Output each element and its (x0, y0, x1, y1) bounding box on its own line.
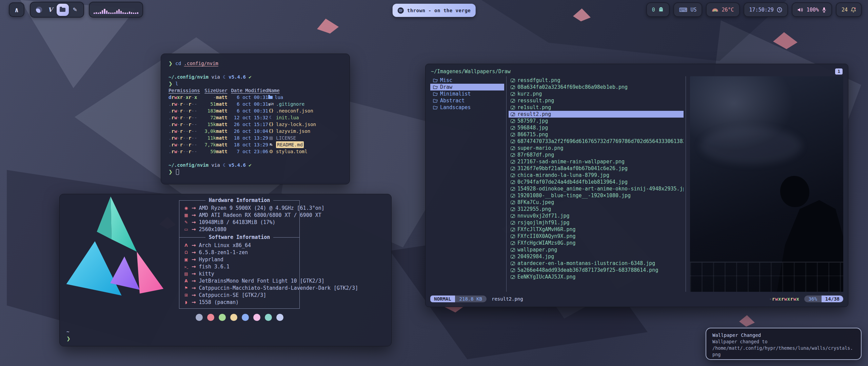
file-list-item[interactable]: 08a634fa02a32364f69ebc86a98eb1eb.png (509, 84, 684, 90)
file-list-item[interactable]: 154928-odinokoe_anime-art-anime-okno-sin… (509, 185, 684, 192)
lua-version: v5.4.6 (229, 162, 246, 168)
list-position-badge: 14/38 (822, 296, 843, 302)
image-preview-pane (690, 76, 843, 292)
file-list-item[interactable]: 5a266e448add93deab367d87173e9f25-6837886… (509, 267, 684, 273)
file-list-item[interactable]: rsjqojlmjhf91.jpg (509, 219, 684, 226)
file-list-item[interactable]: result2.png (509, 111, 684, 118)
terminal-command-line: ❯ cd .config/nvim (169, 60, 342, 67)
file-name: 8FKa7Cu.jpeg (517, 199, 554, 205)
folder-name: Draw (440, 84, 452, 90)
file-list-item[interactable]: wallpaper.png (509, 246, 684, 253)
file-list-item[interactable]: chica-mirando-la-luna-8799.jpg (509, 172, 684, 179)
file-list-item[interactable]: 866715.png (509, 131, 684, 138)
image-file-icon (511, 119, 515, 123)
workspace-paint[interactable]: ✎ (70, 5, 80, 15)
file-list-item[interactable]: kurz.png (509, 90, 684, 97)
clock-icon (777, 7, 782, 13)
workspace-firefox[interactable] (34, 5, 44, 15)
launcher-button[interactable]: ∧ (9, 2, 24, 17)
notification-toast[interactable]: Wallpaper Changed Wallpaper changed to /… (706, 328, 862, 360)
file-permissions: .rw-r--r-- (169, 148, 201, 155)
workspace-vim[interactable]: V (45, 5, 55, 15)
file-list-item[interactable]: super-mario.png (509, 145, 684, 151)
file-list-item[interactable]: 596848.jpg (509, 124, 684, 131)
file-list-item[interactable]: 0c794faf07de24a4db4d4fb1eb813964.jpg (509, 179, 684, 185)
image-file-icon (511, 201, 515, 204)
file-list-item[interactable]: 87r687df.png (509, 151, 684, 158)
sidebar-folder-item[interactable]: Abstract (430, 97, 504, 104)
file-list-item[interactable]: FXfcJlTXgAMvH6R.png (509, 226, 684, 233)
arrow-icon: → (192, 249, 196, 256)
file-list-item[interactable]: 20492984.jpg (509, 253, 684, 260)
file-list-item[interactable]: 8FKa7Cu.jpeg (509, 199, 684, 206)
microphone-icon (822, 7, 826, 13)
file-list-item[interactable]: resssult.png (509, 97, 684, 104)
file-list-item[interactable]: 68747470733a2f2f696d616765732d7769786d70… (509, 138, 684, 145)
file-list-item[interactable]: 217167-sad-anime-rain-wallpaper.png (509, 158, 684, 165)
sidebar-folder-item[interactable]: Misc (430, 77, 504, 84)
sidebar-folder-item[interactable]: Minimalist (430, 90, 504, 97)
file-list-item[interactable]: ressdfgult.png (509, 77, 684, 84)
updates-pill[interactable]: 0 (646, 2, 670, 17)
prompt-context-line: ~/.config/nvim via ☾ v5.4.6 ✔ (169, 74, 342, 80)
fetch-info-box: Hardware Information → AMD Ryzen 9 5900X… (179, 200, 300, 309)
file-list-item[interactable]: atardecer-en-la-montanas-ilustracion-634… (509, 260, 684, 267)
image-file-icon (511, 133, 515, 137)
file-list-item[interactable]: 19201080-__blue-tinge__-1920×1080.jpg (509, 192, 684, 199)
file-name: wallpaper.png (517, 247, 557, 253)
file-manager-header: ~/Imagenes/Wallpapers/Draw 1 (430, 67, 843, 76)
file-list-item[interactable]: 3122955.png (509, 206, 684, 212)
file-date: 6 oct 00:31 (230, 107, 268, 114)
image-file-icon (511, 255, 515, 259)
lua-version: v5.4.6 (229, 74, 246, 80)
tab-badge[interactable]: 1 (835, 68, 843, 75)
file-list-item[interactable]: EeNKYgIUcAAJ5JX.png (509, 273, 684, 280)
keyboard-layout-pill[interactable]: ⌨ US (673, 2, 703, 17)
hardware-item: → 868x366 (179, 226, 299, 233)
image-file-icon (511, 167, 515, 170)
shell-prompt: ❯ (169, 168, 173, 175)
sidebar-folder-item[interactable]: Draw (430, 84, 504, 90)
notifications-count: 24 (842, 7, 848, 13)
prompt-tilde: ~ (66, 328, 71, 335)
preview-railing-posts (690, 263, 843, 292)
terminal-input-line[interactable]: ❯ (169, 168, 342, 175)
software-value: Catppuccin-SE [GTK2/3] (199, 292, 267, 298)
file-list-item[interactable]: 587597.jpg (509, 118, 684, 124)
file-name: .gitignore (276, 101, 304, 107)
media-player-pill[interactable]: thrown - on the verge (393, 4, 476, 17)
image-file-icon (511, 146, 515, 150)
file-list-item[interactable]: re1sult.png (509, 104, 684, 111)
ls-row: .rw-r--r-- 51 matt 6 oct 00:31 .gitignor… (169, 101, 342, 107)
file-list-item[interactable]: nnvuv0xj2df71.jpg (509, 212, 684, 219)
file-list-item[interactable]: 3126f7e9bbf21a8a4af0b67b041c6e26.jpg (509, 165, 684, 172)
file-name: .neoconf.json (276, 107, 313, 114)
weather-pill[interactable]: 26°C (706, 2, 739, 17)
fetch-window[interactable]: Hardware Information → AMD Ryzen 9 5900X… (59, 194, 392, 346)
keyboard-icon: ⌨ (679, 6, 688, 13)
lua-icon: ☾ (223, 162, 225, 168)
prompt-context-line: ~/.config/nvim via ☾ v5.4.6 ✔ (169, 162, 342, 168)
hardware-value: 868x366 (199, 226, 226, 232)
notifications-pill[interactable]: 24 (836, 2, 862, 17)
file-manager-window[interactable]: ~/Imagenes/Wallpapers/Draw 1 Misc (425, 64, 848, 307)
file-list-item[interactable]: FXfcII0X0AQyn9X.png (509, 233, 684, 240)
image-file-icon (511, 79, 515, 82)
software-icon (182, 257, 190, 262)
file-name: 20492984.jpg (517, 253, 554, 260)
clock-pill[interactable]: 17:50:29 (744, 2, 788, 17)
folder-sidebar: Misc Draw Minimalist (430, 76, 504, 292)
terminal-window[interactable]: ❯ cd .config/nvim ~/.config/nvim via ☾ v… (161, 54, 350, 184)
audio-pill[interactable]: 100% (792, 2, 832, 17)
file-name: LICENSE (276, 135, 296, 141)
sidebar-folder-item[interactable]: Landscapes (430, 104, 504, 111)
file-permissions: .rw-r--r-- (169, 114, 201, 121)
prompt-cwd: ~/.config/nvim (169, 162, 209, 168)
workspace-files-active[interactable] (57, 4, 69, 16)
file-name: rsjqojlmjhf91.jpg (517, 220, 570, 226)
arrow-icon: → (192, 205, 196, 211)
fetch-shell-prompt[interactable]: ~ ❯ (66, 328, 71, 342)
file-permissions: .rw-r--r-- (169, 107, 201, 114)
file-list-item[interactable]: FXfcHgcWIAMzs0G.png (509, 240, 684, 246)
prompt-via: via (212, 162, 220, 168)
